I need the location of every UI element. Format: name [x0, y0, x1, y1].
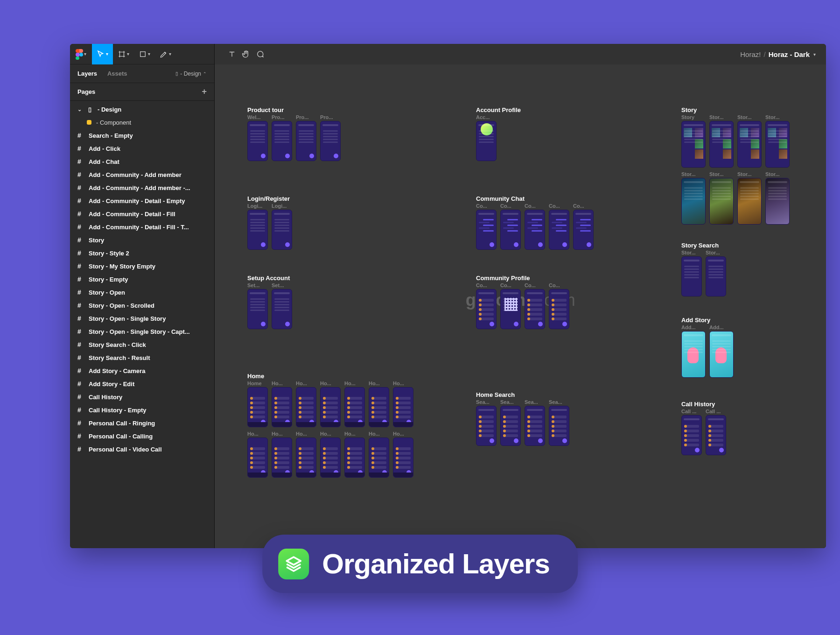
- artboard[interactable]: Ho...: [272, 381, 292, 427]
- layer-row[interactable]: #Add Story - Camera: [70, 364, 214, 377]
- artboard[interactable]: Set...: [272, 282, 292, 329]
- layer-row[interactable]: #Personal Call - Video Call: [70, 443, 214, 456]
- page-row[interactable]: - Component: [70, 116, 214, 129]
- layer-row[interactable]: #Add Story - Edit: [70, 377, 214, 390]
- tab-layers[interactable]: Layers: [77, 70, 97, 77]
- hand-tool-button[interactable]: [239, 49, 253, 59]
- artboard-label: Stor...: [765, 171, 780, 177]
- layer-row[interactable]: #Story - Open - Scrolled: [70, 299, 214, 312]
- chevron-down-icon: ▾: [813, 52, 816, 57]
- artboard[interactable]: Ho...: [320, 381, 341, 427]
- shape-tool-button[interactable]: ▾: [134, 44, 155, 64]
- artboard[interactable]: Ho...: [247, 431, 268, 478]
- layer-row[interactable]: #Story - My Story Empty: [70, 260, 214, 273]
- artboard[interactable]: Stor...: [681, 250, 702, 296]
- add-page-button[interactable]: +: [202, 87, 207, 97]
- layer-row[interactable]: #Add - Click: [70, 142, 214, 155]
- page-row[interactable]: ⌄ ▯ - Design: [70, 103, 214, 116]
- artboard[interactable]: Pro...: [296, 114, 316, 161]
- artboard[interactable]: Co...: [549, 282, 569, 329]
- layer-row[interactable]: #Story Search - Result: [70, 351, 214, 364]
- artboard[interactable]: Stor...: [765, 171, 790, 225]
- move-tool-button[interactable]: ▾: [92, 44, 113, 64]
- text-tool-button[interactable]: [225, 50, 239, 58]
- artboard[interactable]: Co...: [476, 203, 497, 250]
- layer-row[interactable]: #Story - Open - Single Story: [70, 312, 214, 325]
- breadcrumb[interactable]: Horaz! / Horaz - Dark ▾: [740, 50, 816, 58]
- layer-row[interactable]: #Personal Call - Ringing: [70, 416, 214, 430]
- layer-row[interactable]: #Add - Chat: [70, 155, 214, 168]
- layer-row[interactable]: #Story - Empty: [70, 273, 214, 286]
- artboard[interactable]: Stor...: [737, 114, 762, 168]
- artboard[interactable]: Stor...: [737, 171, 762, 225]
- canvas[interactable]: gooodme.com Product tourWel...Pro...Pro.…: [215, 64, 826, 548]
- artboard[interactable]: Ho...: [344, 381, 365, 427]
- comment-tool-button[interactable]: [253, 50, 267, 58]
- artboard-screen: [525, 289, 545, 329]
- layer-row[interactable]: #Call History - Empty: [70, 403, 214, 416]
- artboard[interactable]: Ho...: [344, 431, 365, 478]
- frame-icon: #: [77, 406, 84, 414]
- layer-row[interactable]: #Add - Community - Detail - Fill: [70, 207, 214, 220]
- artboard[interactable]: Ho...: [296, 431, 316, 478]
- artboard[interactable]: Stor...: [709, 171, 734, 225]
- artboard[interactable]: Sea...: [500, 399, 521, 446]
- artboard[interactable]: Stor...: [709, 114, 734, 168]
- artboard[interactable]: Co...: [573, 203, 594, 250]
- layer-row[interactable]: #Add - Community - Add member: [70, 168, 214, 181]
- artboard[interactable]: Sea...: [476, 399, 497, 446]
- tab-assets[interactable]: Assets: [107, 70, 127, 77]
- artboard-label: Co...: [525, 282, 536, 288]
- layer-row[interactable]: #Add - Community - Detail - Empty: [70, 194, 214, 207]
- artboard[interactable]: Stor...: [706, 250, 726, 296]
- layer-row[interactable]: #Story - Open - Single Story - Capt...: [70, 325, 214, 338]
- artboard[interactable]: Co...: [525, 282, 545, 329]
- artboard-label: Add...: [681, 325, 696, 330]
- artboard[interactable]: Co...: [476, 282, 497, 329]
- layer-row[interactable]: #Call History: [70, 390, 214, 403]
- layer-row[interactable]: #Add - Community - Add member -...: [70, 181, 214, 194]
- artboard[interactable]: Pro...: [320, 114, 341, 161]
- artboard[interactable]: Story: [681, 114, 706, 168]
- artboard[interactable]: Wel...: [247, 114, 268, 161]
- artboard[interactable]: Co...: [500, 203, 521, 250]
- artboard[interactable]: Ho...: [369, 381, 389, 427]
- artboard[interactable]: Logi...: [247, 203, 268, 250]
- artboard[interactable]: Ho...: [393, 431, 413, 478]
- layer-row[interactable]: #Story: [70, 233, 214, 247]
- artboard[interactable]: Stor...: [765, 114, 790, 168]
- artboard[interactable]: Stor...: [681, 171, 706, 225]
- artboard[interactable]: Ho...: [393, 381, 413, 427]
- artboard[interactable]: Ho...: [296, 381, 316, 427]
- artboard[interactable]: Logi...: [272, 203, 292, 250]
- frame-tool-button[interactable]: ▾: [113, 44, 134, 64]
- artboard[interactable]: Co...: [525, 203, 545, 250]
- artboard[interactable]: Co...: [500, 282, 521, 329]
- artboard[interactable]: Sea...: [525, 399, 545, 446]
- page-selector[interactable]: ▯ - Design ⌃: [175, 71, 207, 77]
- layer-row[interactable]: #Story - Open: [70, 286, 214, 299]
- layer-row[interactable]: #Story Search - Click: [70, 338, 214, 351]
- artboard[interactable]: Add...: [709, 325, 734, 378]
- layer-row[interactable]: #Add - Community - Detail - Fill - T...: [70, 220, 214, 233]
- artboard-label: Set...: [247, 282, 259, 288]
- pen-tool-button[interactable]: ▾: [155, 44, 176, 64]
- artboard[interactable]: Ho...: [369, 431, 389, 478]
- artboard[interactable]: Ho...: [320, 431, 341, 478]
- artboard[interactable]: Call ...: [681, 409, 702, 455]
- artboard[interactable]: Sea...: [549, 399, 569, 446]
- panel-tabs: Layers Assets ▯ - Design ⌃: [70, 64, 214, 83]
- artboard[interactable]: Home: [247, 381, 268, 427]
- artboard[interactable]: Call ...: [706, 409, 726, 455]
- layer-row[interactable]: #Story - Style 2: [70, 247, 214, 260]
- artboard[interactable]: Set...: [247, 282, 268, 329]
- artboard[interactable]: Co...: [549, 203, 569, 250]
- artboard[interactable]: Acc...: [476, 114, 497, 161]
- figma-menu-button[interactable]: ▾: [70, 44, 92, 64]
- artboard[interactable]: Ho...: [272, 431, 292, 478]
- artboard[interactable]: Add...: [681, 325, 706, 378]
- layer-row[interactable]: #Search - Empty: [70, 129, 214, 142]
- layer-row[interactable]: #Personal Call - Calling: [70, 430, 214, 443]
- artboard-screen: [709, 178, 734, 225]
- artboard[interactable]: Pro...: [272, 114, 292, 161]
